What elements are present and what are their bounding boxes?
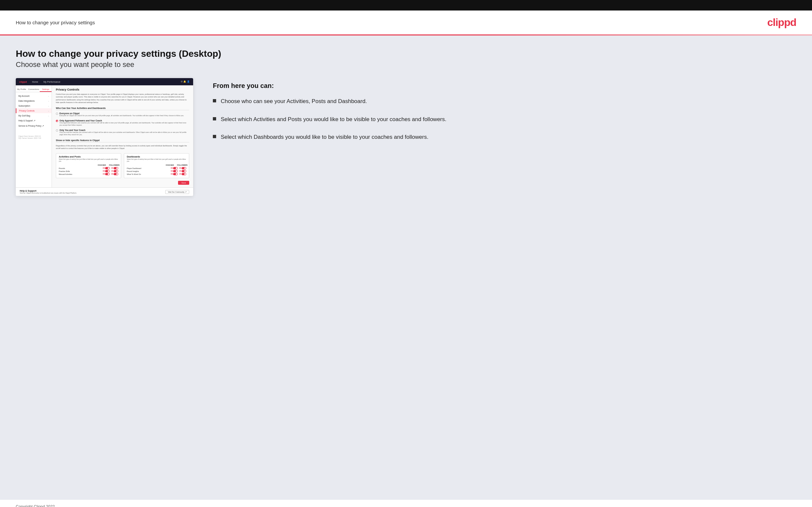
app-screenshot: clippd Home My Performance ⚙ 🔔 👤 My Prof…	[16, 78, 193, 196]
bullet-list: Choose who can see your Activities, Post…	[213, 98, 796, 142]
sidebar-item-mygolfbag[interactable]: My Golf Bag ›	[16, 113, 52, 118]
radio-everyone[interactable]: Everyone on Clippd Everyone on Clippd ca…	[56, 112, 189, 117]
toggle-manual-followers[interactable]: ON	[111, 173, 118, 175]
toggle-row-round-insights: Round Insights ON ON	[127, 170, 186, 172]
logo: clippd	[767, 16, 796, 29]
toggle-roundinsights-followers[interactable]: ON	[179, 170, 186, 172]
radio-only-approved[interactable]: Only Approved Followers and Your Coach O…	[56, 119, 189, 126]
app-nav-home: Home	[32, 81, 39, 83]
radio-circle-only-you	[56, 129, 58, 131]
toggles-grid: Activities and Posts Select the types of…	[56, 153, 189, 178]
bullet-1: Choose who can see your Activities, Post…	[213, 98, 796, 106]
chevron-icon: ›	[48, 100, 49, 102]
toggle-row-rounds: Rounds ON ON	[59, 167, 118, 169]
save-button[interactable]: Save	[178, 181, 189, 185]
bullet-square-2	[213, 117, 216, 120]
sidebar-item-myaccount[interactable]: My Account ›	[16, 94, 52, 99]
toggle-rounds-coaches[interactable]: ON	[103, 167, 110, 169]
bullet-square-1	[213, 99, 216, 102]
chevron-icon: ›	[48, 95, 49, 97]
toggle-row-player-dashboard: Player Dashboard ON ON	[127, 167, 186, 169]
radio-circle-only-approved	[56, 120, 58, 122]
top-bar	[0, 0, 812, 10]
chevron-icon: ›	[48, 105, 49, 107]
sidebar-tab-connections[interactable]: Connections	[28, 87, 40, 92]
bullet-square-3	[213, 135, 216, 138]
toggle-whattowork-followers[interactable]: ON	[179, 173, 186, 175]
toggle-practice-followers[interactable]: ON	[111, 170, 118, 172]
show-hide-section: Show or hide specific features in Clippd…	[56, 139, 189, 185]
chevron-icon: ›	[48, 115, 49, 117]
sidebar-item-subscription[interactable]: Subscription ›	[16, 103, 52, 108]
panel-title: Privacy Controls	[56, 88, 189, 91]
sidebar-tab-settings[interactable]: Settings	[40, 87, 52, 92]
toggle-row-what-to-work: What To Work On ON ON	[127, 173, 186, 175]
content-row: clippd Home My Performance ⚙ 🔔 👤 My Prof…	[16, 78, 796, 196]
app-sidebar: My Profile Connections Settings My Accou…	[16, 85, 52, 187]
sidebar-tab-myprofile[interactable]: My Profile	[16, 87, 28, 92]
from-here-label: From here you can:	[213, 82, 796, 90]
toggle-whattowork-coaches[interactable]: ON	[171, 173, 178, 175]
sidebar-item-serviceprivacy[interactable]: Service & Privacy Policy ↗	[16, 123, 52, 129]
page-heading: How to change your privacy settings (Des…	[16, 49, 796, 59]
save-row: Save	[56, 181, 189, 185]
app-nav-performance: My Performance	[43, 81, 60, 83]
info-col: From here you can: Choose who can see yo…	[213, 78, 796, 151]
show-hide-desc: Regardless of the privacy controls that …	[56, 145, 189, 150]
toggle-row-manual: Manual Activities ON ON	[59, 173, 118, 175]
sidebar-tabs: My Profile Connections Settings	[16, 87, 52, 92]
chevron-icon: ›	[48, 110, 49, 112]
radio-only-you[interactable]: Only You and Your Coach Only you and the…	[56, 129, 189, 136]
help-desc: Visit our Clippd community to troublesho…	[20, 192, 77, 194]
sidebar-item-helpsupport[interactable]: Help & Support ↗	[16, 118, 52, 123]
help-title: Help & Support	[20, 190, 77, 192]
app-icons: ⚙ 🔔 👤	[181, 80, 190, 83]
app-main-panel: Privacy Controls Control how you and you…	[52, 85, 193, 187]
footer-text: Copyright Clippd 2022	[16, 504, 55, 507]
panel-desc: Control how you and your data appears to…	[56, 93, 189, 104]
sidebar-version: Clippd Client Version: 2022.8.2SQL Serve…	[16, 132, 52, 140]
toggle-rounds-followers[interactable]: ON	[111, 167, 118, 169]
toggle-manual-coaches[interactable]: ON	[103, 173, 110, 175]
sidebar-item-dataintegrations[interactable]: Data Integrations ›	[16, 99, 52, 103]
footer: Copyright Clippd 2022	[0, 500, 812, 507]
app-logo: clippd	[19, 80, 27, 83]
toggle-playerdash-coaches[interactable]: ON	[171, 167, 178, 169]
visit-community-button[interactable]: Visit Our Community ↗	[165, 190, 189, 194]
who-can-see-header: Who Can See Your Activities and Dashboar…	[56, 107, 189, 110]
header-title: How to change your privacy settings	[16, 20, 95, 25]
toggle-roundinsights-coaches[interactable]: ON	[171, 170, 178, 172]
radio-circle-everyone	[56, 113, 58, 115]
app-body: My Profile Connections Settings My Accou…	[16, 85, 193, 187]
bullet-2: Select which Activities and Posts you wo…	[213, 115, 796, 124]
page-subheading: Choose what you want people to see	[16, 60, 796, 69]
activities-box: Activities and Posts Select the types of…	[56, 153, 121, 178]
help-section: Help & Support Visit our Clippd communit…	[16, 187, 193, 196]
toggle-row-practice: Practice Drills ON ON	[59, 170, 118, 172]
toggle-practice-coaches[interactable]: ON	[103, 170, 110, 172]
app-topbar: clippd Home My Performance ⚙ 🔔 👤	[16, 78, 193, 85]
toggle-playerdash-followers[interactable]: ON	[179, 167, 186, 169]
dashboards-box: Dashboards Select the types of activity …	[124, 153, 189, 178]
header: How to change your privacy settings clip…	[0, 10, 812, 35]
sidebar-item-privacycontrols[interactable]: Privacy Controls ›	[16, 108, 52, 113]
bullet-3: Select which Dashboards you would like t…	[213, 133, 796, 142]
main-content: How to change your privacy settings (Des…	[0, 36, 812, 500]
show-hide-header: Show or hide specific features in Clippd	[56, 139, 189, 143]
